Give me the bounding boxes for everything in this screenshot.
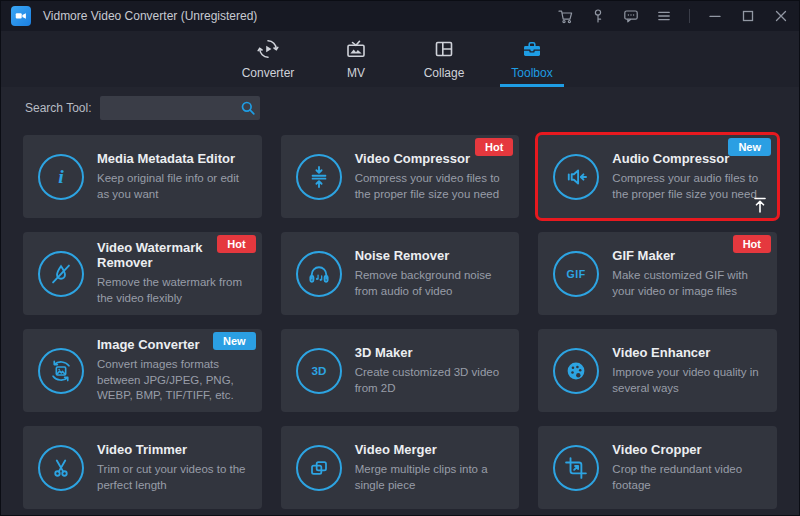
tool-description: Compress your audio files to the proper … [612,171,765,202]
svg-text:i: i [58,165,64,187]
menu-icon[interactable] [656,8,672,24]
tool-description: Crop the redundant video footage [612,462,765,493]
tool-card-text: Media Metadata EditorKeep original file … [97,151,250,202]
hot-badge: Hot [733,235,771,253]
compress-icon [296,154,342,200]
tab-collage[interactable]: Collage [415,31,473,87]
titlebar-divider [689,9,690,23]
tool-card-media-metadata-editor[interactable]: iMedia Metadata EditorKeep original file… [23,135,262,218]
tool-card-3d-maker[interactable]: 3D3D MakerCreate customized 3D video fro… [281,329,520,412]
info-icon: i [38,154,84,200]
search-label: Search Tool: [25,101,92,115]
headphones-icon [296,251,342,297]
audio-compress-icon [553,154,599,200]
merge-icon [296,445,342,491]
scissors-icon [38,445,84,491]
tool-description: Merge multiple clips into a single piece [355,462,508,493]
tab-converter-label: Converter [242,66,295,80]
tool-card-video-cropper[interactable]: Video CropperCrop the redundant video fo… [538,426,777,509]
tool-description: Remove background noise from audio of vi… [355,268,508,299]
tool-description: Remove the watermark from the video flex… [97,275,250,306]
minimize-button[interactable] [707,8,723,24]
tool-title: Video Cropper [612,442,765,457]
search-row: Search Tool: [1,87,799,129]
maximize-button[interactable] [740,8,756,24]
tab-collage-label: Collage [424,66,465,80]
tool-title: Video Trimmer [97,442,250,457]
app-logo-icon [11,6,31,26]
hot-badge: Hot [475,138,513,156]
tool-title: Video Merger [355,442,508,457]
cart-icon[interactable] [557,8,573,24]
tool-description: Create customized 3D video from 2D [355,365,508,396]
tool-card-text: Video MergerMerge multiple clips into a … [355,442,508,493]
search-icon[interactable] [240,100,256,116]
tool-card-text: Video TrimmerTrim or cut your videos to … [97,442,250,493]
main-nav: Converter MV Collage [1,31,799,87]
tool-card-text: GIF MakerMake customized GIF with your v… [612,248,765,299]
tool-card-gif-maker[interactable]: HotGIFGIF MakerMake customized GIF with … [538,232,777,315]
search-input[interactable] [106,101,240,115]
app-window: Vidmore Video Converter (Unregistered) [1,1,799,515]
collage-icon [432,37,456,61]
mv-icon [344,37,368,61]
search-box [100,96,260,120]
image-convert-icon [38,348,84,394]
new-badge: New [213,332,256,350]
hot-badge: Hot [217,235,255,253]
crop-icon [553,445,599,491]
svg-text:GIF: GIF [567,268,586,280]
tool-description: Improve your video quality in several wa… [612,365,765,396]
tool-description: Keep original file info or edit as you w… [97,171,250,202]
tool-card-text: Audio CompressorCompress your audio file… [612,151,765,202]
register-key-icon[interactable] [590,8,606,24]
tool-description: Trim or cut your videos to the perfect l… [97,462,250,493]
watermark-remover-icon [38,251,84,297]
toolbox-icon [520,37,544,61]
tool-description: Compress your video files to the proper … [355,171,508,202]
tab-converter[interactable]: Converter [239,31,297,87]
tool-description: Convert images formats between JPG/JPEG,… [97,357,250,404]
tool-description: Make customized GIF with your video or i… [612,268,765,299]
tab-toolbox[interactable]: Toolbox [503,31,561,87]
tool-card-text: Video CompressorCompress your video file… [355,151,508,202]
tool-title: Video Enhancer [612,345,765,360]
converter-icon [256,37,280,61]
tool-card-noise-remover[interactable]: Noise RemoverRemove background noise fro… [281,232,520,315]
tab-mv[interactable]: MV [327,31,385,87]
titlebar-actions [557,8,789,24]
window-title: Vidmore Video Converter (Unregistered) [43,9,257,23]
palette-icon [553,348,599,394]
3d-icon: 3D [296,348,342,394]
titlebar: Vidmore Video Converter (Unregistered) [1,1,799,31]
tool-card-video-trimmer[interactable]: Video TrimmerTrim or cut your videos to … [23,426,262,509]
tool-card-video-watermark-remover[interactable]: HotVideo Watermark RemoverRemove the wat… [23,232,262,315]
tab-toolbox-label: Toolbox [511,66,552,80]
tool-card-video-merger[interactable]: Video MergerMerge multiple clips into a … [281,426,520,509]
tool-card-audio-compressor[interactable]: NewAudio CompressorCompress your audio f… [538,135,777,218]
close-button[interactable] [773,8,789,24]
tool-title: Noise Remover [355,248,508,263]
tool-card-text: Noise RemoverRemove background noise fro… [355,248,508,299]
tool-card-video-compressor[interactable]: HotVideo CompressorCompress your video f… [281,135,520,218]
tool-card-text: 3D MakerCreate customized 3D video from … [355,345,508,396]
tool-title: Media Metadata Editor [97,151,250,166]
gif-icon: GIF [553,251,599,297]
tool-card-text: Video CropperCrop the redundant video fo… [612,442,765,493]
scroll-top-icon[interactable] [750,195,770,215]
tool-title: 3D Maker [355,345,508,360]
svg-text:3D: 3D [311,364,326,377]
tab-mv-label: MV [347,66,365,80]
tool-card-image-converter[interactable]: NewImage ConverterConvert images formats… [23,329,262,412]
feedback-icon[interactable] [623,8,639,24]
tools-grid: iMedia Metadata EditorKeep original file… [1,129,799,509]
new-badge: New [728,138,771,156]
tool-card-video-enhancer[interactable]: Video EnhancerImprove your video quality… [538,329,777,412]
tool-card-text: Video EnhancerImprove your video quality… [612,345,765,396]
